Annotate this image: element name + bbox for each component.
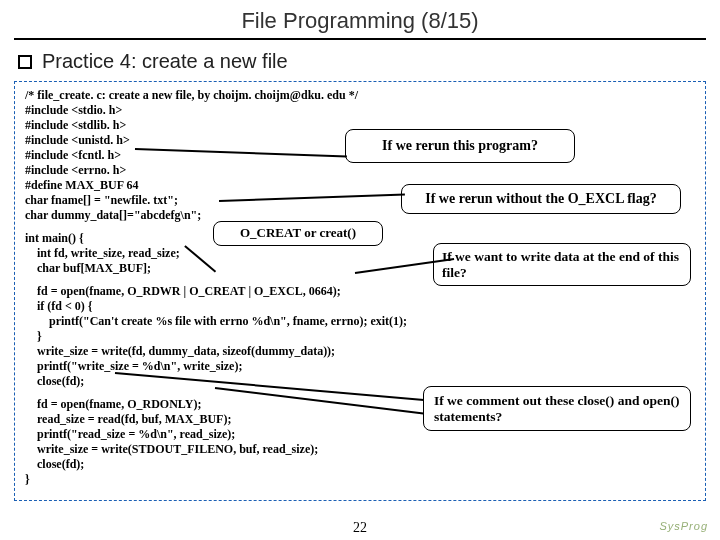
code-line: printf("Can't create %s file with errno … — [25, 314, 695, 329]
code-line: write_size = write(STDOUT_FILENO, buf, r… — [25, 442, 695, 457]
code-line: #include <errno. h> — [25, 163, 695, 178]
callout-comment-out: If we comment out these close() and open… — [423, 386, 691, 431]
code-line: } — [25, 472, 695, 487]
callout-rerun-noexcl: If we rerun without the O_EXCL flag? — [401, 184, 681, 214]
callout-write-end: If we want to write data at the end of t… — [433, 243, 691, 286]
code-line: #include <stdio. h> — [25, 103, 695, 118]
code-line: /* file_create. c: create a new file, by… — [25, 88, 695, 103]
code-line: } — [25, 329, 695, 344]
callout-rerun: If we rerun this program? — [345, 129, 575, 163]
title-rule — [14, 38, 706, 40]
code-line: fd = open(fname, O_RDWR | O_CREAT | O_EX… — [25, 284, 695, 299]
slide-title: File Programming (8/15) — [14, 8, 706, 34]
code-line: printf("write_size = %d\n", write_size); — [25, 359, 695, 374]
code-line: write_size = write(fd, dummy_data, sizeo… — [25, 344, 695, 359]
code-line: close(fd); — [25, 457, 695, 472]
page-number: 22 — [0, 520, 720, 536]
bullet-square-icon — [18, 55, 32, 69]
callout-ocreat: O_CREAT or creat() — [213, 221, 383, 246]
bullet-row: Practice 4: create a new file — [18, 50, 706, 73]
code-box: /* file_create. c: create a new file, by… — [14, 81, 706, 501]
code-line: if (fd < 0) { — [25, 299, 695, 314]
footer-logo: SysProg — [659, 520, 708, 532]
section-heading: Practice 4: create a new file — [42, 50, 288, 73]
